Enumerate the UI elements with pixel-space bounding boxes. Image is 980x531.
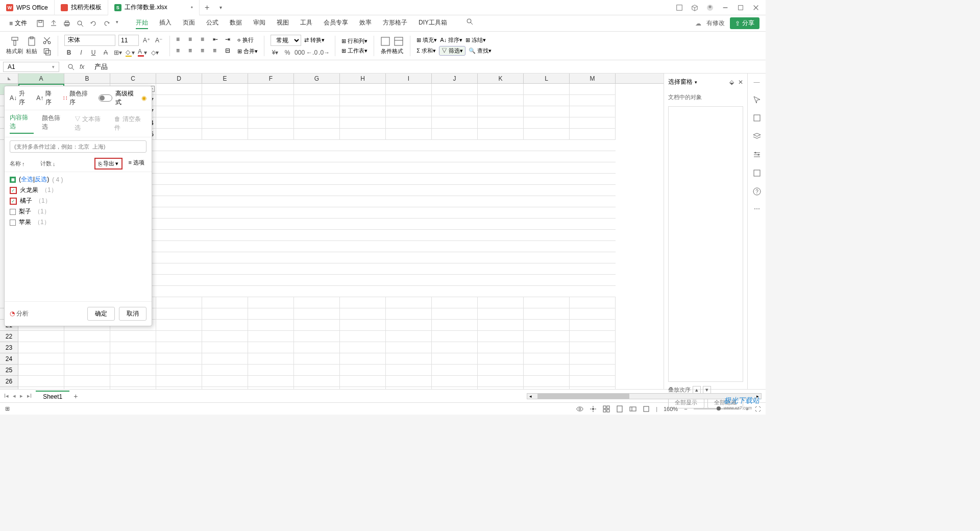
box-icon[interactable] xyxy=(691,4,698,11)
cell[interactable] xyxy=(294,106,340,117)
content-filter-tab[interactable]: 内容筛选 xyxy=(10,113,34,134)
sheet-tab[interactable]: Sheet1 xyxy=(36,391,69,402)
sort-asc-button[interactable]: A↓升序 xyxy=(10,89,30,107)
decrease-font-icon[interactable]: A⁻ xyxy=(154,36,163,45)
options-button[interactable]: ≡ 选项 xyxy=(127,158,146,170)
cell[interactable] xyxy=(156,117,202,129)
cell[interactable] xyxy=(478,365,524,376)
cell[interactable] xyxy=(64,342,110,353)
expand-icon[interactable] xyxy=(67,63,75,70)
name-column-header[interactable]: 名称 ↑ xyxy=(10,158,40,170)
cell[interactable] xyxy=(340,308,386,320)
clear-filter-button[interactable]: 🗑 清空条件 xyxy=(114,115,146,132)
copy-icon[interactable] xyxy=(42,47,52,56)
row-header[interactable]: 22 xyxy=(0,331,18,342)
focus-icon[interactable] xyxy=(590,405,597,413)
clear-format-icon[interactable]: ◇▾ xyxy=(150,48,159,57)
cell[interactable] xyxy=(340,342,386,353)
rowcol-button[interactable]: ⊞ 行和列▾ xyxy=(341,37,368,45)
cell[interactable] xyxy=(386,95,432,106)
ok-button[interactable]: 确定 xyxy=(87,307,115,321)
format-painter-group[interactable]: 格式刷 xyxy=(6,36,23,55)
cell[interactable] xyxy=(570,129,616,140)
objects-list[interactable] xyxy=(668,106,743,382)
style-icon[interactable] xyxy=(752,113,762,123)
cell[interactable] xyxy=(432,308,478,320)
cell[interactable] xyxy=(386,353,432,365)
menu-square[interactable]: 方形格子 xyxy=(383,17,407,29)
percent-icon[interactable]: % xyxy=(283,48,292,57)
tab-template[interactable]: 找稻壳模板 xyxy=(55,0,108,15)
cell[interactable] xyxy=(524,297,570,308)
cell[interactable] xyxy=(524,342,570,353)
cell[interactable] xyxy=(432,84,478,95)
dropdown-icon[interactable]: ▾ xyxy=(695,80,697,85)
cell[interactable] xyxy=(386,342,432,353)
col-header-g[interactable]: G xyxy=(294,74,340,83)
paste-group[interactable]: 粘贴 xyxy=(26,36,37,55)
zoom-level[interactable]: 160% xyxy=(664,406,678,412)
cell[interactable] xyxy=(570,331,616,342)
page-view-icon[interactable] xyxy=(616,405,623,413)
count-column-header[interactable]: 计数 ↓ xyxy=(40,158,71,170)
cell[interactable] xyxy=(18,331,64,342)
cell[interactable] xyxy=(524,365,570,376)
file-menu[interactable]: ≡ 文件 xyxy=(5,19,31,28)
row-header[interactable]: 23 xyxy=(0,342,18,353)
cell[interactable] xyxy=(478,117,524,129)
maximize-icon[interactable] xyxy=(737,4,744,11)
filter-search-input[interactable] xyxy=(10,140,146,153)
status-icon[interactable]: ⊞ xyxy=(5,405,10,412)
cell[interactable] xyxy=(478,342,524,353)
cell[interactable] xyxy=(432,353,478,365)
cell[interactable] xyxy=(340,365,386,376)
col-header-i[interactable]: I xyxy=(386,74,432,83)
row-header[interactable]: 26 xyxy=(0,376,18,387)
cell[interactable] xyxy=(294,117,340,129)
cell[interactable] xyxy=(248,365,294,376)
number-format-select[interactable]: 常规 xyxy=(271,35,301,46)
grid-view-icon[interactable] xyxy=(603,405,610,413)
italic-icon[interactable]: I xyxy=(77,48,86,57)
cell[interactable] xyxy=(340,106,386,117)
pane-close-icon[interactable]: ✕ xyxy=(738,79,743,86)
tab-workbook[interactable]: S 工作簿数量.xlsx • xyxy=(108,0,200,15)
cell[interactable] xyxy=(64,376,110,387)
cell[interactable] xyxy=(156,106,202,117)
cell[interactable] xyxy=(340,84,386,95)
cell[interactable] xyxy=(570,320,616,331)
cell[interactable] xyxy=(524,308,570,320)
layout-view-icon[interactable] xyxy=(629,405,636,413)
increase-font-icon[interactable]: A⁺ xyxy=(142,36,151,45)
cut-icon[interactable] xyxy=(42,36,52,45)
menu-formula[interactable]: 公式 xyxy=(206,17,218,29)
row-header[interactable]: 24 xyxy=(0,353,18,365)
cell[interactable] xyxy=(18,365,64,376)
cell[interactable] xyxy=(570,297,616,308)
cell[interactable] xyxy=(524,95,570,106)
cell[interactable] xyxy=(64,353,110,365)
cell[interactable] xyxy=(570,376,616,387)
cell[interactable] xyxy=(432,387,478,389)
cell[interactable] xyxy=(524,117,570,129)
cell[interactable] xyxy=(18,376,64,387)
col-header-f[interactable]: F xyxy=(248,74,294,83)
checkbox-icon[interactable]: ✓ xyxy=(10,198,17,205)
fill-button[interactable]: ⊞ 填充▾ xyxy=(416,36,437,44)
cell[interactable] xyxy=(478,376,524,387)
cell[interactable] xyxy=(524,376,570,387)
close-icon[interactable] xyxy=(752,4,760,11)
wrap-button[interactable]: ⎆ 换行 xyxy=(237,36,254,44)
cell[interactable] xyxy=(524,353,570,365)
settings-icon[interactable] xyxy=(752,150,762,159)
cell[interactable] xyxy=(524,387,570,389)
cell[interactable] xyxy=(202,106,248,117)
checkbox-icon[interactable]: ■ xyxy=(10,177,16,183)
color-sort-button[interactable]: ∷颜色排序 xyxy=(63,89,93,107)
cancel-button[interactable]: 取消 xyxy=(119,307,146,321)
prev-sheet-icon[interactable]: ◂ xyxy=(13,393,16,399)
checkbox-icon[interactable] xyxy=(10,209,16,215)
text-filter-button[interactable]: ▽ 文本筛选 xyxy=(75,115,107,132)
cell[interactable] xyxy=(570,387,616,389)
zoom-out-icon[interactable]: − xyxy=(684,406,687,412)
